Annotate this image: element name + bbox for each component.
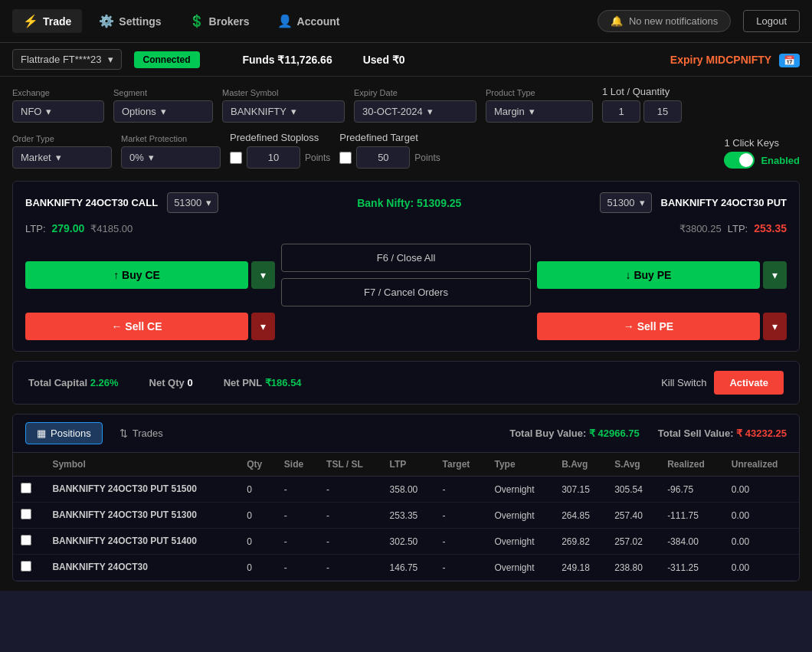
settings-icon: ⚙️ <box>99 14 114 28</box>
table-row: BANKNIFTY 24OCT30 PUT 51400 0 - - 302.50… <box>13 529 799 555</box>
row-checkbox[interactable] <box>21 509 31 519</box>
positions-header: ▦ Positions ⇅ Trades Total Buy Value: ₹ … <box>13 414 799 453</box>
row-savg: 257.02 <box>607 529 660 555</box>
put-ltp-value: 253.35 <box>754 222 787 234</box>
target-input[interactable] <box>356 146 410 169</box>
exchange-select[interactable]: NFO ▾ <box>12 100 104 123</box>
target-checkbox[interactable] <box>339 152 352 164</box>
row-savg: 238.80 <box>607 555 660 581</box>
activate-button[interactable]: Activate <box>714 371 784 395</box>
expiry-date-select[interactable]: 30-OCT-2024 ▾ <box>354 100 476 123</box>
chevron-down-icon: ▾ <box>427 106 433 117</box>
segment-select[interactable]: Options ▾ <box>113 100 213 123</box>
settings-nav-button[interactable]: ⚙️ Settings <box>88 9 172 33</box>
call-price-right: ₹4185.00 <box>90 223 133 234</box>
lot-qty-label: 1 Lot / Quantity <box>602 86 682 97</box>
lot-input[interactable] <box>602 100 640 123</box>
notifications-button[interactable]: 🔔 No new notifications <box>598 10 731 32</box>
buy-pe-dropdown[interactable]: ▾ <box>763 261 787 289</box>
positions-tab[interactable]: ▦ Positions <box>25 422 103 444</box>
order-type-label: Order Type <box>12 134 112 143</box>
buy-ce-dropdown[interactable]: ▾ <box>251 261 275 289</box>
top-navbar: ⚡ Trade ⚙️ Settings 💲 Brokers 👤 Account … <box>0 0 812 43</box>
row-select-cell <box>13 529 44 555</box>
used-display: Used ₹0 <box>363 54 405 66</box>
market-protection-select[interactable]: 0% ▾ <box>121 146 221 169</box>
click-keys-label: 1 Click Keys <box>724 137 800 149</box>
f6-close-all-button[interactable]: F6 / Close All <box>281 244 531 272</box>
col-side: Side <box>277 453 319 477</box>
sell-ce-button[interactable]: ← Sell CE <box>25 313 248 340</box>
exchange-label: Exchange <box>12 88 104 97</box>
sell-ce-dropdown[interactable]: ▾ <box>251 313 275 340</box>
row-symbol: BANKNIFTY 24OCT30 PUT 51500 <box>44 477 239 503</box>
row-realized: -111.75 <box>660 503 724 529</box>
col-unrealized: Unrealized <box>724 453 799 477</box>
total-capital-item: Total Capital 2.26% <box>28 377 119 388</box>
row-bavg: 249.18 <box>554 555 607 581</box>
calendar-icon[interactable]: 📅 <box>779 54 800 67</box>
click-keys-toggle[interactable] <box>724 152 755 169</box>
chevron-down-icon: ▾ <box>291 106 296 117</box>
connected-badge: Connected <box>134 51 200 68</box>
row-type: Overnight <box>486 529 554 555</box>
positions-section: ▦ Positions ⇅ Trades Total Buy Value: ₹ … <box>12 414 800 582</box>
row-checkbox[interactable] <box>21 483 31 493</box>
positions-table: Symbol Qty Side TSL / SL LTP Target Type… <box>13 453 799 581</box>
expiry-date-group: Expiry Date 30-OCT-2024 ▾ <box>354 88 476 123</box>
sell-pe-dropdown[interactable]: ▾ <box>763 313 787 340</box>
put-ltp-section: ₹3800.25 LTP: 253.35 <box>679 222 787 234</box>
f7-cancel-orders-button[interactable]: F7 / Cancel Orders <box>281 278 531 306</box>
trading-ltp-section: LTP: 279.00 ₹4185.00 ₹3800.25 LTP: 253.3… <box>25 222 787 234</box>
target-points-label: Points <box>414 152 440 163</box>
account-nav-button[interactable]: 👤 Account <box>267 9 351 33</box>
product-type-select[interactable]: Margin ▾ <box>486 100 593 123</box>
trades-tab[interactable]: ⇅ Trades <box>109 423 174 444</box>
segment-group: Segment Options ▾ <box>113 88 213 123</box>
row-checkbox[interactable] <box>21 561 31 572</box>
chevron-down-icon: ▾ <box>161 106 166 117</box>
put-strike-select[interactable]: 51300 ▾ <box>600 192 651 213</box>
broker-selector[interactable]: Flattrade FT****23 ▾ <box>12 49 122 70</box>
trading-panel: BANKNIFTY 24OCT30 CALL 51300 ▾ Bank Nift… <box>12 181 800 352</box>
enabled-label: Enabled <box>761 155 800 166</box>
brokers-nav-button[interactable]: 💲 Brokers <box>178 9 260 33</box>
order-type-select[interactable]: Market ▾ <box>12 146 112 169</box>
trade-nav-button[interactable]: ⚡ Trade <box>12 9 82 33</box>
trading-top: BANKNIFTY 24OCT30 CALL 51300 ▾ Bank Nift… <box>25 192 787 213</box>
expiry-date-label: Expiry Date <box>354 88 476 97</box>
row-tsl: - <box>319 477 382 503</box>
lot-qty-inputs <box>602 100 682 123</box>
qty-input[interactable] <box>643 100 682 123</box>
sell-pe-button[interactable]: → Sell PE <box>537 313 760 340</box>
row-qty: 0 <box>239 529 277 555</box>
sl-checkbox[interactable] <box>230 152 242 164</box>
buy-ce-button[interactable]: ↑ Buy CE <box>25 261 248 289</box>
table-row: BANKNIFTY 24OCT30 PUT 51500 0 - - 358.00… <box>13 477 799 503</box>
net-qty-value: 0 <box>187 377 192 388</box>
col-realized: Realized <box>660 453 724 477</box>
row-checkbox[interactable] <box>21 535 31 546</box>
col-target: Target <box>435 453 487 477</box>
net-qty-item: Net Qty 0 <box>149 377 193 388</box>
row-bavg: 307.15 <box>554 477 607 503</box>
sub-bar: Flattrade FT****23 ▾ Connected Funds ₹11… <box>0 43 812 77</box>
center-btns: F6 / Close All F7 / Cancel Orders <box>281 244 531 306</box>
down-arrow-icon: ↓ <box>626 269 634 281</box>
form-row-2: Order Type Market ▾ Market Protection 0%… <box>12 132 800 169</box>
sell-pe-group: → Sell PE ▾ <box>537 313 787 340</box>
col-qty: Qty <box>239 453 277 477</box>
call-strike-select[interactable]: 51300 ▾ <box>167 192 218 213</box>
row-type: Overnight <box>486 477 554 503</box>
market-protection-label: Market Protection <box>121 134 221 143</box>
row-target: - <box>435 503 487 529</box>
market-protection-group: Market Protection 0% ▾ <box>121 134 221 169</box>
sl-input[interactable] <box>247 146 300 169</box>
master-symbol-select[interactable]: BANKNIFTY ▾ <box>222 100 345 123</box>
logout-button[interactable]: Logout <box>743 10 800 32</box>
row-realized: -384.00 <box>660 529 724 555</box>
row-symbol: BANKNIFTY 24OCT30 PUT 51400 <box>44 529 239 555</box>
buy-pe-button[interactable]: ↓ Buy PE <box>537 261 760 289</box>
row-tsl: - <box>319 555 382 581</box>
row-savg: 257.40 <box>607 503 660 529</box>
